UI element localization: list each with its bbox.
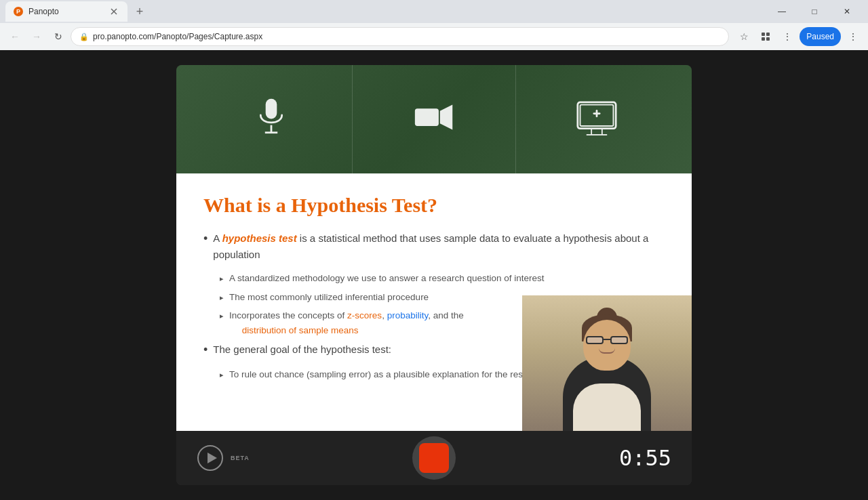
- minimize-button[interactable]: —: [766, 0, 797, 23]
- svg-rect-5: [766, 37, 770, 41]
- nav-actions: ☆ ⋮ Paused ⋮: [734, 27, 863, 46]
- distribution-link[interactable]: distribution of sample means: [242, 325, 359, 335]
- svg-rect-4: [762, 37, 765, 41]
- timer-display: 0:55: [619, 445, 671, 471]
- profile-label: Paused: [806, 32, 834, 41]
- beta-badge: BETA: [231, 455, 250, 461]
- browser-chrome: P Panopto + — □ ✕ ← → ↻ 🔒 pro.panopto.co…: [0, 0, 868, 50]
- sub3-mid: ,: [382, 310, 387, 320]
- record-button-wrapper[interactable]: [412, 436, 456, 480]
- bottom-bar: BETA 0:55: [176, 431, 692, 485]
- settings-button[interactable]: ⋮: [778, 27, 797, 46]
- extensions-button[interactable]: [756, 27, 775, 46]
- bullet-sub-1: A standardized methodology we use to ans…: [220, 271, 665, 286]
- slide-title: What is a Hypothesis Test?: [203, 194, 665, 217]
- tab-close-button[interactable]: [108, 6, 119, 17]
- svg-rect-9: [415, 108, 439, 126]
- tab-bar: P Panopto + — □ ✕: [0, 0, 868, 23]
- record-button[interactable]: [419, 443, 449, 473]
- svg-rect-2: [762, 33, 765, 36]
- panopto-logo-icon: [197, 444, 224, 472]
- svg-marker-19: [208, 453, 217, 463]
- svg-rect-6: [265, 99, 277, 119]
- record-button-outer[interactable]: [412, 436, 456, 480]
- microphone-icon: [254, 98, 288, 141]
- more-button[interactable]: ⋮: [844, 27, 863, 46]
- camera-section[interactable]: [353, 65, 515, 173]
- close-button[interactable]: ✕: [831, 0, 863, 23]
- svg-rect-3: [766, 33, 770, 36]
- tab-title: Panopto: [28, 7, 59, 16]
- screen-share-icon: [576, 100, 617, 140]
- main-area: What is a Hypothesis Test? A hypothesis …: [0, 50, 868, 500]
- z-scores-link[interactable]: z-scores: [347, 310, 382, 320]
- maximize-button[interactable]: □: [799, 0, 830, 23]
- sub3-prefix: Incorporates the concepts of: [229, 310, 347, 320]
- sub3-suffix: , and the: [428, 310, 464, 320]
- new-tab-button[interactable]: +: [130, 2, 149, 21]
- window-controls: — □ ✕: [766, 0, 863, 23]
- url-text: pro.panopto.com/Panopto/Pages/Capture.as…: [93, 32, 262, 41]
- panopto-container: What is a Hypothesis Test? A hypothesis …: [176, 65, 692, 485]
- tab-favicon: P: [14, 7, 23, 16]
- content-area: What is a Hypothesis Test? A hypothesis …: [176, 173, 692, 431]
- bullet1-highlight: hypothesis test: [222, 232, 297, 244]
- probability-link[interactable]: probability: [387, 310, 429, 320]
- glasses: [585, 336, 629, 344]
- person-head: [583, 320, 631, 371]
- bullet-main-1: A hypothesis test is a statistical metho…: [203, 230, 665, 263]
- address-bar[interactable]: 🔒 pro.panopto.com/Panopto/Pages/Capture.…: [71, 27, 729, 46]
- forward-button: →: [27, 27, 46, 46]
- lock-icon: 🔒: [79, 33, 89, 41]
- panopto-toolbar: [176, 65, 692, 173]
- mic-section[interactable]: [190, 65, 353, 173]
- screen-section[interactable]: [516, 65, 678, 173]
- bookmark-button[interactable]: ☆: [734, 27, 753, 46]
- reload-button[interactable]: ↻: [49, 27, 68, 46]
- nav-bar: ← → ↻ 🔒 pro.panopto.com/Panopto/Pages/Ca…: [0, 23, 868, 50]
- camera-icon: [414, 101, 454, 138]
- panopto-logo: BETA: [197, 444, 250, 472]
- webcam-overlay: [522, 295, 692, 431]
- profile-button[interactable]: Paused: [800, 27, 841, 46]
- back-button: ←: [5, 27, 24, 46]
- bullet1-prefix: A: [213, 232, 222, 244]
- active-tab[interactable]: P Panopto: [5, 1, 127, 22]
- person-shirt: [573, 383, 641, 431]
- svg-marker-10: [440, 105, 452, 130]
- webcam-person: [522, 295, 692, 431]
